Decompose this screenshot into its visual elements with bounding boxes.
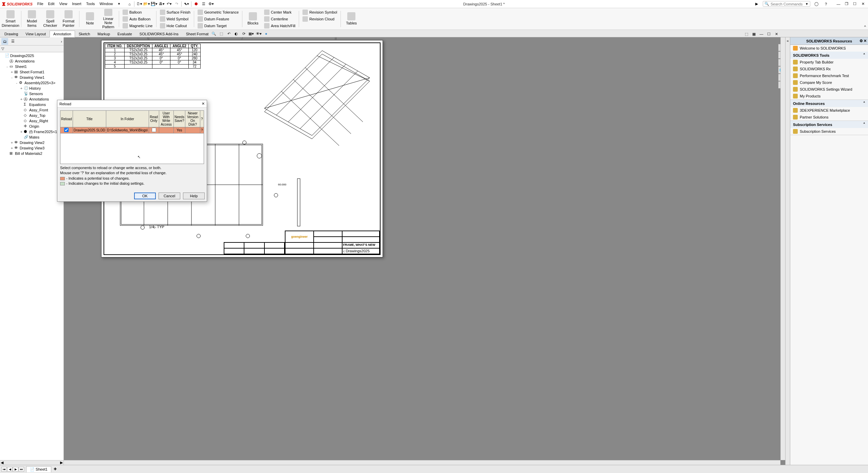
dialog-titlebar[interactable]: Reload ✕ [57,100,207,108]
tree-node[interactable]: ◇Assy_Front [1,107,63,113]
tree-node[interactable]: 🔗Mates [1,134,63,140]
restore-icon[interactable]: ❐ [843,1,850,7]
tree-node[interactable]: +▤Sheet Format1 [1,69,63,75]
search-dropdown-icon[interactable]: ▾ [806,2,808,6]
feature-tree[interactable]: 📄Drawings2025 ⒶAnnotations-▭Sheet1+▤Shee… [0,52,63,460]
tab-markup[interactable]: Markup [94,31,114,37]
select-icon[interactable]: ⬉▾ [183,1,190,7]
balloon-icon[interactable] [141,225,145,230]
tree-node[interactable]: 📡Sensors [1,91,63,96]
tree-node[interactable]: ΣEquations [1,102,63,107]
drawing-view-side[interactable] [297,178,307,229]
close-icon[interactable]: ✕ [859,1,867,7]
doc-close-icon[interactable]: ✕ [773,31,780,37]
redo-icon[interactable]: ↷ [173,1,180,7]
options-list-icon[interactable]: ☰ [200,1,207,7]
tp-section-tools[interactable]: SOLIDWORKS Tools˄ [790,52,868,59]
tree-node[interactable]: ⊞Bill of Materials2 [1,151,63,156]
cmd-format-painter[interactable]: Format Painter [59,9,78,29]
cmd-area-hatch[interactable]: Area Hatch/Fill [263,23,297,29]
cmd-linear-note-pattern[interactable]: Linear Note Pattern [99,9,117,29]
tp-compare-score[interactable]: Compare My Score [790,79,868,86]
taskpane-pin-icon[interactable]: ⚙ [860,39,863,43]
sheet-first-icon[interactable]: ⏮ [1,467,7,472]
tp-property-tab-builder[interactable]: Property Tab Builder [790,59,868,66]
tp-3dx-marketplace[interactable]: 3DEXPERIENCE Marketplace [790,107,868,114]
menu-tools[interactable]: Tools [84,1,97,7]
settings-icon[interactable]: ⚙▾ [208,1,215,7]
tree-node[interactable]: ◇Assy_Right [1,118,63,124]
tp-section-subscription[interactable]: Subscription Services˄ [790,121,868,128]
cmd-hole-callout[interactable]: Hole Callout [159,23,192,29]
reload-checkbox[interactable] [64,128,69,132]
cmd-model-items[interactable]: Model Items [23,9,41,29]
balloon-icon[interactable] [274,193,278,197]
menu-edit[interactable]: Edit [46,1,57,7]
undo-icon[interactable]: ↶▾ [166,1,172,7]
canvas-vscroll[interactable] [780,37,785,460]
tree-node[interactable]: +ⒶAnnotations [1,96,63,102]
canvas-hscroll[interactable] [64,460,780,465]
cmd-spell-checker[interactable]: Spell Checker [41,9,59,29]
new-icon[interactable]: 🗋▾ [136,1,143,7]
tree-node[interactable]: ◇Assy_Top [1,113,63,118]
tp-welcome[interactable]: Welcome to SOLIDWORKS [790,45,868,52]
cmd-centerline[interactable]: Centerline [263,16,297,22]
user-icon[interactable]: ◯ [813,1,820,7]
tree-node[interactable]: +🕘History [1,86,63,91]
cmd-datum-feature[interactable]: Datum Feature [196,16,240,22]
zoom-area-icon[interactable]: ⬚ [218,30,225,37]
tree-node[interactable]: +👁Drawing View3 [1,145,63,151]
ok-button[interactable]: OK [134,193,156,199]
zoom-fit-icon[interactable]: 🔍 [210,30,217,37]
tree-hscroll[interactable]: ◀▶ [0,460,63,465]
tp-my-products[interactable]: My Products [790,93,868,99]
cmd-blocks[interactable]: Blocks [244,9,262,29]
tab-addins[interactable]: SOLIDWORKS Add-Ins [136,31,182,37]
taskpane-close-icon[interactable]: ✕ [864,39,867,43]
maximize-icon[interactable]: ☐ [851,1,858,7]
tree-node[interactable]: +⬢(f) Frame2025<1 [1,129,63,134]
search-input[interactable] [771,2,805,6]
bom-table[interactable]: ITEM NO.DESCRIPTIONANGLE1ANGLE2QTY. 1TS2… [105,44,201,69]
balloon-icon[interactable] [246,234,250,238]
cmd-datum-target[interactable]: Datum Target [196,23,240,29]
cmd-magnetic-line[interactable]: Magnetic Line [121,23,154,29]
cmd-center-mark[interactable]: Center Mark [263,9,297,15]
cmd-tables[interactable]: Tables [342,9,361,29]
tab-evaluate[interactable]: Evaluate [114,31,136,37]
cmd-auto-balloon[interactable]: Auto Balloon [121,16,154,22]
cmd-surface-finish[interactable]: Surface Finish [159,9,192,15]
cmd-balloon[interactable]: Balloon [121,9,154,15]
reload-table[interactable]: Reload Title In Folder Read Only User Wi… [60,110,204,133]
tab-sheet-format[interactable]: Sheet Format [182,31,213,37]
doc-max-icon[interactable]: ☐ [765,31,772,37]
title-block[interactable]: goengineer FRAME, WHAT'S NEW C Drawings2… [285,231,380,254]
search-commands[interactable]: 🔍 ▾ [763,1,810,7]
panel-expand-icon[interactable]: › [61,39,62,43]
cmd-weld-symbol[interactable]: Weld Symbol [159,16,192,22]
cloud-icon[interactable]: ▶ [753,1,760,7]
appearance-icon[interactable]: ● [263,30,270,37]
cmd-revision-cloud[interactable]: Revision Cloud [301,16,338,22]
help-icon[interactable]: ? [823,1,829,7]
tp-benchmark[interactable]: Performance Benchmark Test [790,72,868,79]
tp-section-online[interactable]: Online Resources˄ [790,100,868,107]
tp-rx[interactable]: SOLIDWORKS Rx [790,66,868,72]
help-button[interactable]: Help [183,193,205,199]
balloon-icon[interactable] [242,141,246,145]
sheet-last-icon[interactable]: ⏭ [19,467,24,472]
drawing-view-iso[interactable] [261,47,373,166]
rebuild-icon[interactable]: ⬢ [193,1,200,7]
save-icon[interactable]: 💾▾ [151,1,158,7]
cmd-revision-symbol[interactable]: Revision Symbol [301,9,338,15]
sheet-prev-icon[interactable]: ◀ [7,467,13,472]
home-icon[interactable]: ⌂ [126,1,133,7]
hide-show-icon[interactable]: 👁▾ [255,30,262,37]
reload-row[interactable]: Drawings2025.SLDD D:\Solidworks_Work\Blo… [60,127,204,133]
tree-node[interactable]: 📄Drawings2025 [1,53,63,58]
menu-star-icon[interactable]: ✦ [115,1,123,7]
tp-settings-wizard[interactable]: SOLIDWORKS Settings Wizard [790,86,868,93]
prev-view-icon[interactable]: ↶ [225,30,232,37]
dialog-close-icon[interactable]: ✕ [202,102,205,106]
